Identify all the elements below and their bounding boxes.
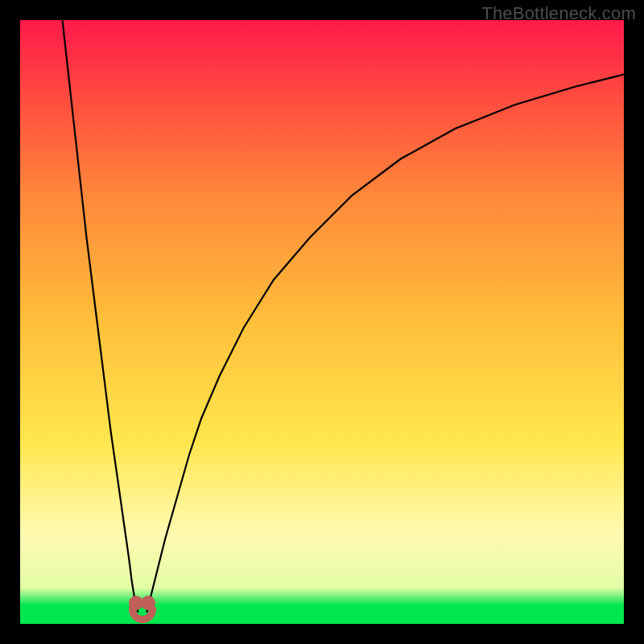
watermark-text: TheBottleneck.com	[481, 3, 636, 24]
curve-right-branch	[147, 75, 625, 613]
curve-left-branch	[63, 20, 138, 612]
bottleneck-curve	[20, 20, 624, 624]
chart-plot-area	[20, 20, 624, 624]
